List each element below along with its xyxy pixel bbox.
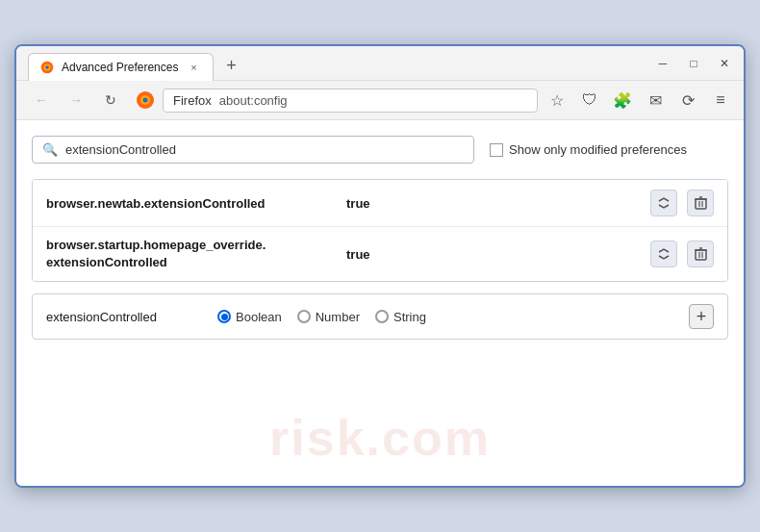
number-label: Number bbox=[316, 310, 360, 324]
pref-value: true bbox=[346, 247, 370, 262]
tab-favicon-icon bbox=[40, 61, 54, 74]
toolbar: ← → ↻ Firefox about:config ☆ 🛡 🧩 ✉ ⟳ ≡ bbox=[16, 81, 744, 120]
type-radio-group: Boolean Number String bbox=[217, 310, 426, 324]
search-box[interactable]: 🔍 bbox=[32, 136, 474, 164]
arrows-icon bbox=[657, 247, 671, 261]
add-preference-row: extensionControlled Boolean Number Strin… bbox=[32, 293, 728, 340]
menu-icon[interactable]: ≡ bbox=[709, 89, 732, 112]
page-content: risk.com 🔍 Show only modified preference… bbox=[16, 120, 744, 486]
delete-button[interactable] bbox=[687, 241, 714, 267]
title-bar: Advanced Preferences × + ─ □ ✕ bbox=[16, 46, 744, 81]
close-button[interactable]: ✕ bbox=[717, 57, 732, 70]
search-input[interactable] bbox=[65, 142, 464, 157]
tab-title: Advanced Preferences bbox=[62, 61, 178, 74]
firefox-logo-icon bbox=[136, 90, 155, 110]
trash-icon bbox=[695, 247, 707, 261]
svg-point-2 bbox=[45, 65, 49, 69]
browser-tab[interactable]: Advanced Preferences × bbox=[28, 53, 214, 81]
shield-icon[interactable]: 🛡 bbox=[578, 89, 601, 112]
results-table: browser.newtab.extensionControlled true bbox=[32, 179, 728, 282]
browser-brand-label: Firefox bbox=[173, 93, 212, 108]
boolean-label: Boolean bbox=[236, 310, 282, 324]
tab-close-button[interactable]: × bbox=[186, 60, 201, 75]
url-address: about:config bbox=[219, 93, 288, 108]
search-icon: 🔍 bbox=[42, 142, 58, 157]
extension-icon[interactable]: 🧩 bbox=[611, 89, 634, 112]
svg-point-5 bbox=[143, 98, 148, 103]
string-label: String bbox=[393, 310, 426, 324]
arrows-icon bbox=[657, 196, 671, 210]
table-row: browser.startup.homepage_override.extens… bbox=[33, 227, 727, 281]
show-modified-checkbox[interactable] bbox=[490, 143, 503, 157]
add-button[interactable]: + bbox=[689, 304, 714, 329]
boolean-radio-option[interactable]: Boolean bbox=[217, 310, 282, 324]
show-modified-text: Show only modified preferences bbox=[509, 142, 687, 157]
watermark: risk.com bbox=[269, 409, 491, 467]
toggle-button[interactable] bbox=[650, 190, 677, 216]
pref-value: true bbox=[346, 196, 370, 211]
new-pref-name: extensionControlled bbox=[46, 310, 200, 324]
show-modified-label[interactable]: Show only modified preferences bbox=[490, 142, 687, 157]
bookmark-icon[interactable]: ☆ bbox=[545, 89, 569, 112]
number-radio-option[interactable]: Number bbox=[297, 310, 360, 324]
row-actions bbox=[650, 190, 714, 216]
delete-button[interactable] bbox=[687, 190, 714, 216]
toolbar-icons: ☆ 🛡 🧩 ✉ ⟳ ≡ bbox=[545, 89, 732, 112]
row-actions bbox=[650, 241, 714, 267]
pref-name: browser.newtab.extensionControlled bbox=[46, 196, 335, 211]
minimize-button[interactable]: ─ bbox=[655, 57, 671, 70]
string-radio-circle[interactable] bbox=[375, 310, 389, 323]
mail-icon[interactable]: ✉ bbox=[644, 89, 667, 112]
back-button[interactable]: ← bbox=[28, 87, 55, 114]
toggle-button[interactable] bbox=[650, 241, 677, 267]
search-row: 🔍 Show only modified preferences bbox=[32, 136, 728, 164]
browser-window: Advanced Preferences × + ─ □ ✕ ← → ↻ Fir… bbox=[14, 44, 746, 488]
new-tab-button[interactable]: + bbox=[217, 53, 244, 80]
boolean-radio-circle[interactable] bbox=[217, 310, 231, 323]
svg-rect-11 bbox=[696, 250, 706, 260]
sync-icon[interactable]: ⟳ bbox=[676, 89, 699, 112]
table-row: browser.newtab.extensionControlled true bbox=[33, 180, 727, 227]
string-radio-option[interactable]: String bbox=[375, 310, 426, 324]
pref-name: browser.startup.homepage_override.extens… bbox=[46, 237, 335, 271]
window-controls: ─ □ ✕ bbox=[655, 57, 732, 76]
forward-button[interactable]: → bbox=[63, 87, 89, 114]
svg-rect-6 bbox=[696, 199, 706, 209]
restore-button[interactable]: □ bbox=[686, 57, 701, 70]
number-radio-circle[interactable] bbox=[297, 310, 311, 323]
url-bar[interactable]: Firefox about:config bbox=[163, 89, 538, 113]
reload-button[interactable]: ↻ bbox=[97, 87, 124, 114]
trash-icon bbox=[695, 196, 707, 210]
